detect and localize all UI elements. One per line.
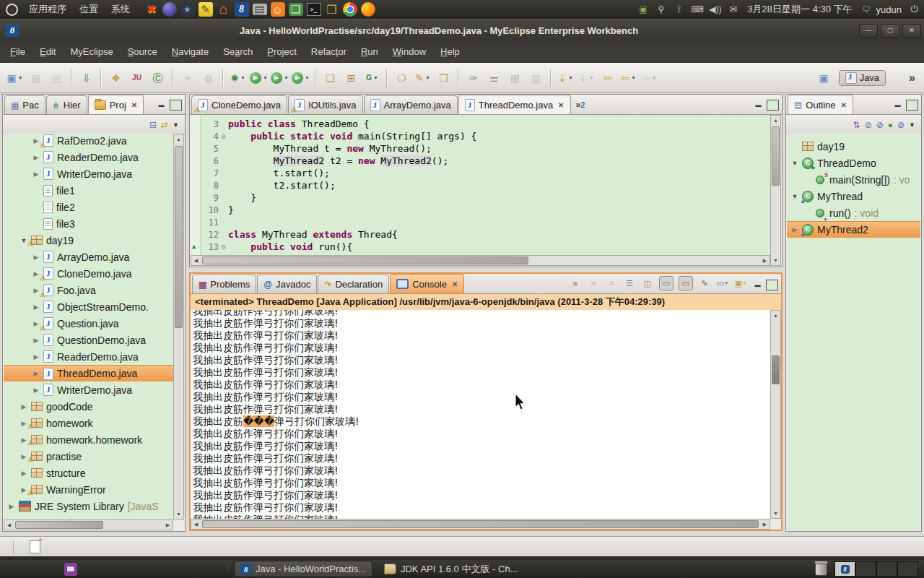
window-titlebar[interactable]: 8 Java - HelloWorldPractise/src/day19/Th… bbox=[0, 19, 924, 41]
explorer-vscrollbar[interactable]: ▲ ▼ bbox=[173, 134, 184, 519]
scroll-thumb[interactable] bbox=[15, 521, 103, 529]
show-stderr-button[interactable]: ▭ bbox=[679, 276, 693, 290]
code-line[interactable]: 4⊖ public static void main(String[] args… bbox=[191, 130, 770, 142]
save-button[interactable]: ▦ bbox=[25, 69, 46, 87]
code-line[interactable]: 3public class ThreadDemo { bbox=[191, 118, 770, 130]
expander-icon[interactable]: ▶ bbox=[32, 353, 40, 361]
tree-item[interactable]: ▶homework.homework bbox=[4, 431, 173, 448]
scroll-thumb[interactable] bbox=[202, 256, 528, 264]
mascot-app-launcher-icon[interactable]: ☺ bbox=[269, 1, 286, 18]
console-hscrollbar[interactable]: ◀ ▶ bbox=[191, 519, 770, 530]
maximize-view-icon[interactable] bbox=[767, 100, 779, 111]
expander-icon[interactable]: ▶ bbox=[32, 171, 40, 178]
keyboard-icon[interactable]: ⌨ bbox=[690, 1, 704, 17]
tree-item[interactable]: ▶ThreadDemo.java bbox=[4, 365, 173, 381]
fold-icon[interactable]: ⊖ bbox=[219, 243, 228, 251]
menu-myeclipse[interactable]: MyEclipse bbox=[63, 41, 120, 63]
code-line[interactable]: 10} bbox=[191, 204, 770, 216]
code-line[interactable]: 8 t2.start(); bbox=[191, 179, 770, 191]
maximize-view-icon[interactable] bbox=[766, 280, 778, 290]
star-app-launcher-icon[interactable]: ★ bbox=[179, 1, 196, 18]
tree-item[interactable]: ▶goodCode bbox=[4, 398, 173, 415]
print-button[interactable]: ▤ bbox=[46, 69, 67, 87]
expander-icon[interactable]: ▶ bbox=[32, 370, 40, 377]
code-line[interactable]: 11 bbox=[191, 216, 770, 228]
new-web-project-button[interactable]: ❖ bbox=[105, 69, 126, 87]
scroll-thumb[interactable] bbox=[202, 520, 759, 528]
expander-icon[interactable]: ▼ bbox=[791, 160, 798, 167]
show-stdout-button[interactable]: ▭ bbox=[659, 276, 674, 290]
back-button[interactable]: ⇦▼ bbox=[618, 69, 639, 87]
scroll-left-icon[interactable]: ◀ bbox=[4, 520, 14, 530]
scroll-right-icon[interactable]: ▶ bbox=[760, 519, 770, 529]
workspace-1[interactable]: 8 bbox=[834, 561, 855, 577]
tab-problems[interactable]: ▦Problems bbox=[192, 275, 256, 293]
scroll-left-icon[interactable]: ◀ bbox=[191, 256, 201, 265]
workspace-3[interactable] bbox=[876, 561, 897, 577]
java-perspective-button[interactable]: Java bbox=[839, 70, 886, 86]
expander-icon[interactable]: ▶ bbox=[32, 270, 40, 277]
menu-window[interactable]: Window bbox=[385, 41, 433, 63]
editor-tab[interactable]: CloneDemo.java bbox=[191, 95, 287, 114]
workspace-4[interactable] bbox=[897, 561, 918, 577]
link-with-editor-icon[interactable]: ⇄ bbox=[161, 120, 168, 130]
tree-item[interactable]: ▶homework bbox=[4, 415, 173, 431]
scroll-down-icon[interactable]: ▼ bbox=[771, 509, 780, 518]
firefox-launcher-icon[interactable] bbox=[359, 1, 376, 18]
eclipse-launcher-icon[interactable] bbox=[161, 1, 178, 18]
panel-username[interactable]: yudun bbox=[876, 4, 902, 15]
open-resource-button[interactable]: ❐ bbox=[433, 69, 454, 87]
myeclipse-launcher-icon[interactable]: 8 bbox=[233, 1, 250, 18]
junit-button[interactable]: JU bbox=[126, 69, 147, 87]
radio-launcher-icon[interactable]: ▤ bbox=[251, 1, 268, 18]
mail-icon[interactable]: ✉ bbox=[726, 1, 740, 17]
close-button[interactable]: ✕ bbox=[902, 24, 921, 38]
menu-file[interactable]: File bbox=[3, 41, 32, 63]
expander-icon[interactable]: ▶ bbox=[32, 387, 40, 394]
expander-icon[interactable]: ▼ bbox=[20, 237, 27, 244]
hide-non-public-icon[interactable]: ● bbox=[888, 120, 893, 130]
outline-item[interactable]: main(String[]) : vo bbox=[787, 171, 920, 188]
tree-item[interactable]: ▶WarningError bbox=[4, 481, 173, 498]
remove-launch-button[interactable]: ✕ bbox=[587, 277, 600, 290]
minimize-view-icon[interactable]: ▬ bbox=[751, 280, 764, 290]
tree-item[interactable]: file2 bbox=[4, 199, 173, 215]
expander-icon[interactable]: ▶ bbox=[32, 154, 40, 161]
pin-console-button[interactable]: ✎ bbox=[698, 277, 711, 290]
panel-menu[interactable]: 系统 bbox=[105, 0, 136, 19]
menu-search[interactable]: Search bbox=[216, 41, 260, 63]
expander-icon[interactable]: ▶ bbox=[8, 503, 15, 510]
hide-fields-icon[interactable]: ⊘ bbox=[865, 120, 872, 130]
hide-local-types-icon[interactable]: ⊘ bbox=[897, 120, 905, 130]
tab-console[interactable]: Console✕ bbox=[390, 274, 464, 293]
software-update-button[interactable]: ⇩ bbox=[76, 69, 97, 87]
close-icon[interactable]: ✕ bbox=[558, 101, 564, 109]
debug-button[interactable]: ✸▼ bbox=[227, 69, 248, 87]
outline-item[interactable]: ▼ThreadDemo bbox=[787, 155, 920, 171]
code-line[interactable]: 9 } bbox=[191, 191, 770, 204]
expander-icon[interactable]: ▼ bbox=[791, 193, 798, 200]
forward-button[interactable]: ⇨▼ bbox=[639, 69, 660, 87]
app-server-button[interactable]: ◍ bbox=[198, 69, 219, 87]
panel-clock[interactable]: 3月28日星期一 4:30 下午 bbox=[747, 3, 852, 16]
external-tools-button[interactable]: ▶▼ bbox=[290, 69, 311, 87]
view-menu-icon[interactable]: ▼ bbox=[909, 121, 915, 129]
code-line[interactable]: 7 t.start(); bbox=[191, 167, 770, 179]
tab-declaration[interactable]: ↷Declaration bbox=[318, 275, 389, 293]
ubuntu-logo-icon[interactable] bbox=[6, 4, 18, 16]
bluetooth-icon[interactable]: ᛒ bbox=[672, 1, 686, 17]
tab-proj[interactable]: Proj✕ bbox=[88, 95, 144, 114]
tree-item[interactable]: ▶ArrayDemo.java bbox=[4, 249, 173, 265]
scroll-up-icon[interactable]: ▲ bbox=[174, 134, 183, 144]
trash-icon[interactable] bbox=[815, 562, 827, 576]
run-button[interactable]: ▶▼ bbox=[248, 69, 269, 87]
tree-item[interactable]: ▶WriterDemo.java bbox=[4, 381, 173, 398]
scroll-right-icon[interactable]: ▶ bbox=[760, 256, 770, 265]
view-menu-icon[interactable]: ▼ bbox=[173, 121, 179, 129]
new-java-project-button[interactable]: ❏ bbox=[320, 69, 341, 87]
scroll-thumb[interactable] bbox=[175, 146, 183, 328]
tree-item[interactable]: ▶RafDemo2.java bbox=[4, 134, 173, 149]
chrome-launcher-icon[interactable] bbox=[341, 1, 358, 18]
tree-item[interactable]: ▶structure bbox=[4, 465, 173, 481]
console-vscrollbar[interactable]: ▲ ▼ bbox=[770, 310, 781, 519]
